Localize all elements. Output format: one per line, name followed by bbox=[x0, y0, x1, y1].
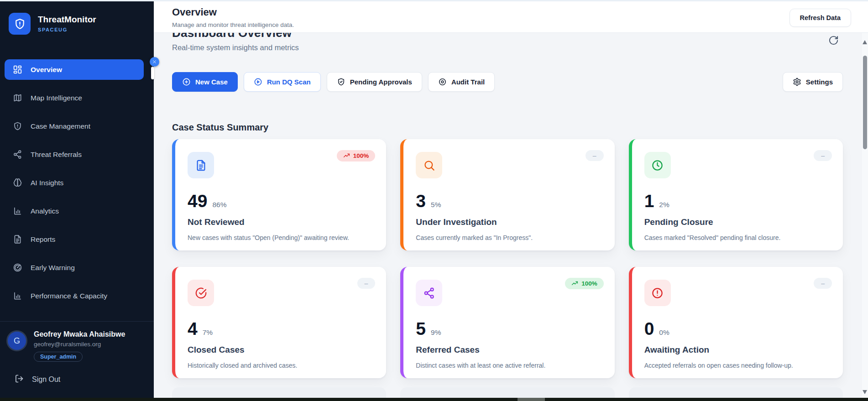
sidebar-item-label: Early Warning bbox=[31, 264, 75, 272]
card-percentage: 0% bbox=[659, 328, 669, 337]
card-metric-row: 47% bbox=[188, 320, 374, 338]
log-out-icon bbox=[15, 374, 24, 385]
sidebar-item-label: Threat Referrals bbox=[31, 151, 82, 159]
action-label: Run DQ Scan bbox=[267, 78, 311, 86]
plus-circle-icon bbox=[182, 78, 191, 86]
card-title: Referred Cases bbox=[416, 345, 602, 355]
sidebar-item-ai-insights[interactable]: AI Insights bbox=[5, 172, 144, 193]
card-percentage: 9% bbox=[431, 328, 441, 337]
clock-icon bbox=[644, 152, 671, 178]
trending-up-icon bbox=[343, 152, 350, 159]
action-label: Pending Approvals bbox=[350, 78, 412, 86]
partial-card bbox=[629, 387, 843, 398]
badge-text: 100% bbox=[581, 280, 597, 287]
partial-card bbox=[400, 387, 614, 398]
user-email: geofrey@ruralsmiles.org bbox=[34, 341, 125, 348]
status-card-under-investigation[interactable]: –35%Under InvestigationCases currently m… bbox=[400, 139, 614, 250]
status-card-closed-cases[interactable]: –47%Closed CasesHistorically closed and … bbox=[172, 267, 386, 378]
sidebar-item-label: Overview bbox=[31, 66, 62, 74]
app-org-label: SPACEUG bbox=[38, 27, 96, 32]
card-value: 4 bbox=[188, 320, 198, 338]
case-status-cards: 100%4986%Not ReviewedNew cases with stat… bbox=[172, 139, 843, 378]
share-icon bbox=[13, 150, 22, 159]
avatar: G bbox=[6, 330, 27, 351]
run-dq-scan-button[interactable]: Run DQ Scan bbox=[244, 72, 321, 92]
dashboard-subtitle: Real-time system insights and metrics bbox=[172, 43, 299, 52]
card-title: Closed Cases bbox=[188, 345, 374, 355]
trend-badge: 100% bbox=[565, 278, 604, 289]
no-change-badge: – bbox=[814, 150, 832, 161]
sidebar-item-label: Analytics bbox=[31, 207, 59, 215]
user-info: Geofrey Mwaka Ahaisibwe geofrey@ruralsmi… bbox=[34, 330, 125, 362]
card-description: Cases currently marked as "In Progress". bbox=[416, 234, 602, 241]
clipped-dashboard-heading: Dashboard Overview bbox=[172, 33, 292, 41]
app-logo-row: ThreatMonitor SPACEUG bbox=[0, 1, 154, 35]
sidebar-item-analytics[interactable]: Analytics bbox=[5, 201, 144, 221]
map-icon bbox=[13, 93, 22, 103]
card-value: 3 bbox=[416, 192, 426, 210]
settings-label: Settings bbox=[806, 78, 833, 86]
status-card-pending-closure[interactable]: –12%Pending ClosureCases marked "Resolve… bbox=[629, 139, 843, 250]
radar-icon bbox=[13, 263, 22, 272]
card-description: New cases with status "Open (Pending)" a… bbox=[188, 234, 374, 241]
card-metric-row: 00% bbox=[644, 320, 831, 338]
scrollbar-up-arrow[interactable] bbox=[863, 40, 867, 44]
badge-text: – bbox=[593, 152, 596, 159]
close-icon bbox=[152, 59, 157, 64]
new-case-button[interactable]: New Case bbox=[172, 72, 238, 92]
pending-approvals-button[interactable]: Pending Approvals bbox=[327, 72, 422, 92]
trend-badge: 100% bbox=[337, 150, 376, 161]
card-value: 49 bbox=[188, 192, 207, 210]
threatmonitor-app: ThreatMonitor SPACEUG OverviewMap Intell… bbox=[0, 0, 868, 401]
shield-logo-icon bbox=[9, 13, 31, 35]
card-title: Not Reviewed bbox=[188, 217, 374, 227]
file-text-icon bbox=[13, 234, 22, 244]
dashboard-heading-text: Dashboard Overview bbox=[172, 33, 292, 40]
sidebar-item-performance-capacity[interactable]: Performance & Capacity bbox=[5, 286, 144, 306]
refresh-data-button[interactable]: Refresh Data bbox=[790, 9, 851, 27]
card-title: Awaiting Action bbox=[644, 345, 831, 355]
sidebar-item-case-management[interactable]: Case Management bbox=[5, 116, 144, 136]
app-title-block: ThreatMonitor SPACEUG bbox=[38, 15, 96, 32]
card-description: Historically closed and archived cases. bbox=[188, 362, 374, 369]
check-circle-icon bbox=[188, 280, 214, 306]
file-text-icon bbox=[188, 152, 214, 178]
scrollbar-thumb[interactable] bbox=[863, 56, 867, 149]
gear-icon bbox=[793, 78, 801, 86]
share-icon bbox=[416, 280, 442, 306]
page-title: Overview bbox=[172, 6, 217, 18]
status-card-referred-cases[interactable]: 100%59%Referred CasesDistinct cases with… bbox=[400, 267, 614, 378]
sidebar-close-button[interactable] bbox=[150, 57, 159, 67]
main-content: Dashboard Overview Real-time system insi… bbox=[154, 33, 862, 398]
card-value: 5 bbox=[416, 320, 426, 338]
bar-chart-icon bbox=[13, 291, 22, 301]
audit-trail-button[interactable]: Audit Trail bbox=[428, 72, 495, 92]
user-section: G Geofrey Mwaka Ahaisibwe geofrey@rurals… bbox=[0, 321, 154, 362]
sidebar-item-overview[interactable]: Overview bbox=[5, 59, 144, 80]
settings-button[interactable]: Settings bbox=[783, 72, 843, 92]
scrollbar-down-arrow[interactable] bbox=[863, 390, 867, 394]
bar-chart-icon bbox=[13, 206, 22, 216]
status-card-not-reviewed[interactable]: 100%4986%Not ReviewedNew cases with stat… bbox=[172, 139, 386, 250]
badge-text: – bbox=[365, 280, 368, 287]
play-circle-icon bbox=[254, 78, 262, 86]
card-percentage: 5% bbox=[431, 201, 441, 209]
trending-up-icon bbox=[571, 280, 578, 287]
app-title: ThreatMonitor bbox=[38, 15, 96, 25]
status-card-awaiting-action[interactable]: –00%Awaiting ActionAccepted referrals on… bbox=[629, 267, 843, 378]
action-label: Audit Trail bbox=[451, 78, 485, 86]
sidebar-item-map-intelligence[interactable]: Map Intelligence bbox=[5, 88, 144, 108]
sidebar-drag-handle[interactable] bbox=[151, 67, 154, 79]
shield-alert-icon bbox=[13, 121, 22, 131]
card-metric-row: 4986% bbox=[188, 192, 374, 210]
topbar: Overview Manage and monitor threat intel… bbox=[154, 1, 868, 33]
vertical-scrollbar[interactable] bbox=[862, 33, 868, 398]
sign-out-button[interactable]: Sign Out bbox=[0, 362, 154, 398]
sidebar-item-threat-referrals[interactable]: Threat Referrals bbox=[5, 144, 144, 165]
card-description: Cases marked "Resolved" pending final cl… bbox=[644, 234, 831, 241]
circle-dot-icon bbox=[438, 78, 447, 86]
sidebar-item-reports[interactable]: Reports bbox=[5, 229, 144, 250]
sidebar-item-label: Map Intelligence bbox=[31, 94, 82, 102]
sidebar-item-early-warning[interactable]: Early Warning bbox=[5, 257, 144, 278]
sidebar-item-label: Reports bbox=[31, 235, 55, 244]
